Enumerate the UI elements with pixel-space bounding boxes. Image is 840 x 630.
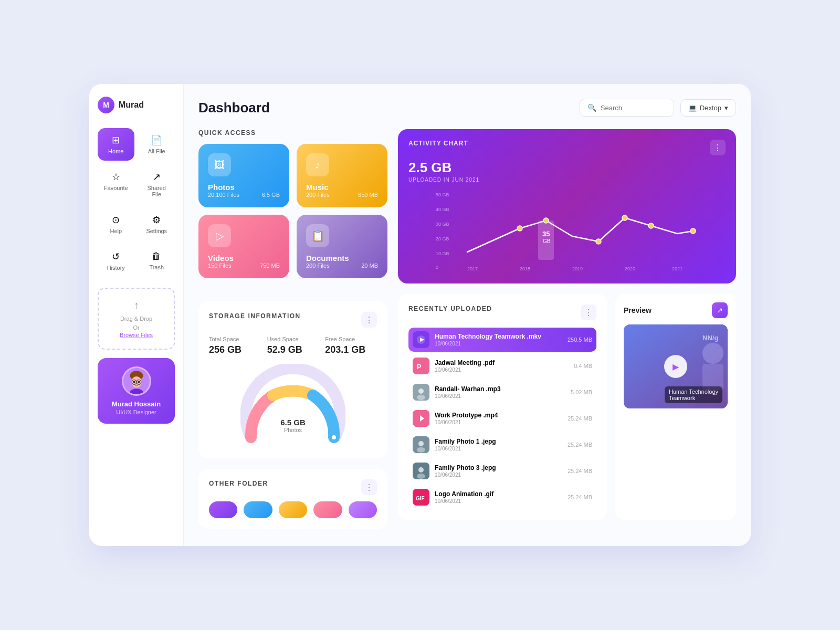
chevron-down-icon: ▾ (724, 104, 728, 112)
activity-chart: ACTIVITY CHART ⋮ 2.5 GB UPLOADED IN JUN … (398, 129, 736, 284)
svg-text:2021: 2021 (672, 266, 682, 271)
qa-card-photos[interactable]: 🖼 Photos 20,100 Files 6.5 GB (198, 144, 289, 207)
browse-link[interactable]: Browse Files (105, 332, 167, 338)
device-button[interactable]: 💻 Dextop ▾ (680, 99, 736, 117)
storage-header: STORAGE INFORMATION ⋮ (209, 312, 377, 328)
svg-text:NN/g: NN/g (702, 334, 718, 342)
search-box[interactable]: 🔍 (580, 99, 674, 117)
videos-meta: 150 Files 750 MB (208, 262, 280, 269)
file-name-1: Jadwal Meeting .pdf (435, 359, 569, 366)
recent-list: Human Technology Teamwork .mkv 10/06/202… (408, 328, 596, 509)
app-container: M Murad ⊞ Home 📄 All File ☆ Favourite ↗ … (89, 84, 751, 546)
recent-item-2[interactable]: Randall- Warhan .mp3 10/06/2021 5.02 MB (408, 380, 596, 404)
main-content: Dashboard 🔍 💻 Dextop ▾ QUICK ACCESS (184, 84, 751, 546)
sidebar-item-settings[interactable]: ⚙ Settings (139, 208, 175, 240)
sidebar-item-home[interactable]: ⊞ Home (98, 128, 134, 161)
svg-point-41 (418, 441, 424, 446)
history-icon: ↺ (112, 251, 120, 262)
recent-item-3[interactable]: Work Prototype .mp4 10/06/2021 25.24 MB (408, 406, 596, 430)
stat-used: Used Space 52.9 GB (267, 336, 319, 355)
qa-card-music[interactable]: ♪ Music 200 Files 650 MB (297, 144, 387, 207)
file-date-0: 10/06/2021 (435, 341, 562, 346)
svg-point-9 (331, 435, 337, 440)
storage-menu-button[interactable]: ⋮ (361, 312, 377, 328)
chart-menu-button[interactable]: ⋮ (710, 140, 726, 155)
recently-uploaded-title: RECENTLY UPLOADED (408, 305, 492, 312)
documents-meta: 200 Files 20 MB (306, 262, 378, 269)
total-label: Total Space (209, 336, 261, 342)
used-label: Used Space (267, 336, 319, 342)
svg-point-29 (690, 228, 696, 234)
shared-icon: ↗ (153, 171, 161, 183)
music-files: 200 Files (306, 192, 330, 198)
folder-bar-light-purple[interactable] (349, 501, 377, 518)
sidebar-item-all-file[interactable]: 📄 All File (139, 128, 175, 161)
file-info-3: Work Prototype .mp4 10/06/2021 (435, 412, 562, 425)
quick-access-grid: 🖼 Photos 20,100 Files 6.5 GB ♪ Music 2 (198, 144, 387, 278)
file-name-4: Family Photo 1 .jepg (435, 438, 562, 445)
other-folder-section: OTHER FOLDER ⋮ (198, 469, 387, 529)
file-size-6: 25.24 MB (568, 494, 592, 500)
preview-video[interactable]: NN/g ▶ Human TechnologyTeamwork (624, 324, 728, 408)
recent-preview-row: RECENTLY UPLOADED ⋮ Human Technology Tea… (398, 294, 736, 520)
sidebar-item-shared[interactable]: ↗ Shared File (139, 165, 175, 204)
file-thumb-3 (413, 410, 429, 427)
folder-bar-yellow[interactable] (279, 501, 307, 518)
folder-bar-blue[interactable] (244, 501, 272, 518)
device-icon: 💻 (688, 104, 697, 112)
svg-point-49 (702, 343, 723, 364)
qa-card-videos[interactable]: ▷ Videos 150 Files 750 MB (198, 215, 289, 278)
sidebar-item-favourite[interactable]: ☆ Favourite (98, 165, 134, 204)
file-name-3: Work Prototype .mp4 (435, 412, 562, 419)
file-date-1: 10/06/2021 (435, 367, 569, 373)
file-size-2: 5.02 MB (571, 389, 592, 395)
recent-item-6[interactable]: GIF Logo Animation .gif 10/06/2021 25.24… (408, 485, 596, 509)
file-thumb-4 (413, 436, 429, 453)
donut-sub: Photos (280, 427, 306, 433)
svg-point-44 (418, 467, 424, 472)
folder-bars (209, 501, 377, 518)
recent-item-4[interactable]: Family Photo 1 .jepg 10/06/2021 25.24 MB (408, 433, 596, 457)
svg-text:2020: 2020 (625, 266, 635, 271)
donut-chart: 6.5 GB Photos (209, 364, 377, 448)
photos-files: 20,100 Files (208, 192, 239, 198)
sidebar-item-help[interactable]: ⊙ Help (98, 208, 134, 240)
drag-drop-area[interactable]: ↑ Drag & Drop Or Browse Files (98, 288, 175, 350)
storage-title: STORAGE INFORMATION (209, 312, 301, 320)
other-folder-menu-button[interactable]: ⋮ (361, 479, 377, 495)
svg-text:GIF: GIF (416, 496, 425, 501)
preview-title: Preview (624, 306, 652, 314)
file-info-2: Randall- Warhan .mp3 10/06/2021 (435, 385, 565, 399)
svg-text:10 GB: 10 GB (436, 251, 449, 256)
donut-label: 6.5 GB Photos (280, 418, 306, 433)
photos-name: Photos (208, 183, 280, 192)
recent-item-5[interactable]: Family Photo 3 .jepg 10/06/2021 25.24 MB (408, 459, 596, 483)
or-text: Or (105, 323, 167, 332)
sidebar-item-trash[interactable]: 🗑 Trash (139, 245, 175, 277)
sidebar-item-label: Favourite (104, 185, 128, 191)
recent-menu-button[interactable]: ⋮ (581, 304, 596, 320)
svg-point-27 (622, 215, 627, 220)
recent-item-0[interactable]: Human Technology Teamwork .mkv 10/06/202… (408, 328, 596, 352)
preview-expand-button[interactable]: ↗ (712, 302, 728, 318)
file-date-6: 10/06/2021 (435, 498, 562, 504)
folder-bar-pink[interactable] (313, 501, 342, 518)
svg-point-36 (418, 388, 424, 394)
chart-sub: UPLOADED IN JUN 2021 (408, 177, 726, 183)
music-icon: ♪ (306, 153, 329, 176)
documents-files: 200 Files (306, 262, 330, 269)
file-name-2: Randall- Warhan .mp3 (435, 385, 565, 393)
folder-bar-purple[interactable] (209, 501, 237, 518)
favourite-icon: ☆ (112, 171, 120, 183)
svg-text:2019: 2019 (572, 266, 583, 271)
search-input[interactable] (601, 104, 666, 112)
sidebar-item-history[interactable]: ↺ History (98, 245, 134, 277)
device-label: Dextop (700, 104, 721, 112)
file-size-0: 250.5 MB (568, 337, 592, 343)
recent-item-1[interactable]: P Jadwal Meeting .pdf 10/06/2021 0.4 MB (408, 354, 596, 378)
page-title: Dashboard (198, 100, 270, 116)
svg-point-8 (130, 388, 143, 396)
left-panel: QUICK ACCESS 🖼 Photos 20,100 Files 6.5 G… (198, 129, 387, 529)
qa-card-documents[interactable]: 📋 Documents 200 Files 20 MB (297, 215, 387, 278)
play-button[interactable]: ▶ (664, 355, 687, 378)
